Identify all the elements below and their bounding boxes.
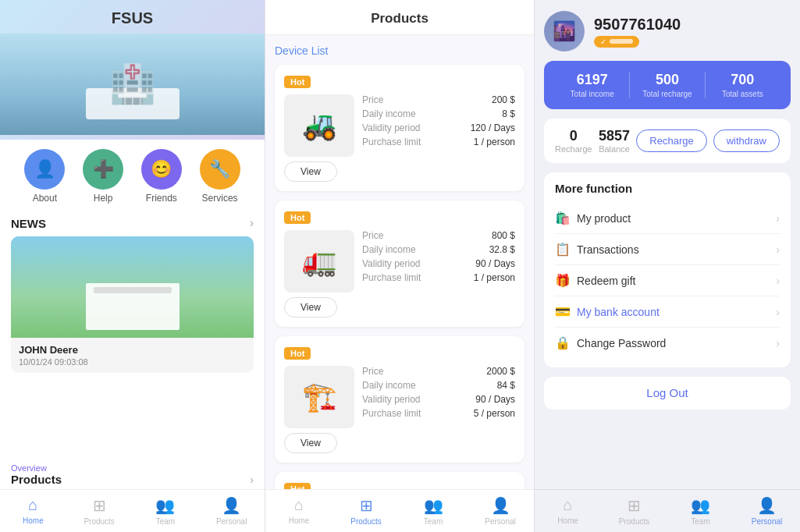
icon-grid: 👤 About ➕ Help 😊 Friends 🔧 Services (0, 140, 265, 208)
left-nav-personal[interactable]: 👤 Personal (198, 496, 265, 526)
right-nav-home[interactable]: ⌂ Home (535, 496, 601, 526)
friends-icon-item[interactable]: 😊 Friends (141, 149, 182, 204)
validity-value-3: 90 / Days (475, 394, 515, 405)
right-personal-icon: 👤 (757, 496, 777, 515)
right-content: 🌆 9507761040 ✓ 6197 Total income 500 Tot… (535, 0, 800, 489)
validity-label-2: Validity period (362, 258, 420, 269)
left-nav-home-label: Home (23, 516, 44, 525)
view-button-2[interactable]: View (284, 297, 337, 317)
help-icon: ➕ (83, 149, 123, 190)
validity-value-2: 90 / Days (475, 258, 515, 269)
my-bank-label: My bank account (577, 306, 776, 318)
limit-value-3: 5 / person (474, 408, 515, 419)
about-icon-item[interactable]: 👤 About (24, 149, 65, 204)
recharge-button[interactable]: Recharge (636, 129, 706, 152)
price-label-3: Price (362, 366, 383, 377)
middle-nav-products[interactable]: ⊞ Products (332, 496, 400, 526)
my-bank-arrow-icon: › (776, 306, 780, 318)
friends-label: Friends (146, 193, 177, 204)
transactions-label: Transactions (577, 243, 776, 256)
right-products-label: Products (619, 517, 649, 526)
product-details-1: Price 200 $ Daily income 8 $ Validity pe… (362, 94, 515, 157)
my-product-item[interactable]: 🛍️ My product › (555, 203, 780, 234)
news-item-title: JOHN Deere (19, 344, 246, 356)
balance-value: 5857 (599, 128, 630, 144)
left-nav-personal-label: Personal (216, 517, 247, 526)
total-recharge-label: Total recharge (630, 90, 704, 98)
income-label-2: Daily income (362, 244, 416, 255)
price-value-3: 2000 $ (486, 366, 515, 377)
balance-section: 0 Recharge 5857 Balance Recharge withdra… (544, 119, 791, 163)
middle-panel: Products Device List Hot 🚜 Price 200 $ D… (265, 0, 535, 532)
middle-nav-home[interactable]: ⌂ Home (265, 496, 332, 526)
news-content: JOHN Deere 10/01/24 09:03:08 (11, 338, 254, 373)
device-list-label: Device List (275, 44, 524, 57)
view-button-3[interactable]: View (284, 433, 337, 453)
left-nav-team[interactable]: 👥 Team (133, 496, 199, 526)
help-icon-item[interactable]: ➕ Help (83, 149, 123, 204)
redeem-gift-item[interactable]: 🎁 Redeem gift › (555, 265, 780, 296)
validity-label: Validity period (362, 122, 420, 133)
middle-header: Products (265, 0, 534, 35)
price-value-2: 800 $ (492, 230, 515, 241)
left-panel: FSUS 👤 About ➕ Help 😊 Friends 🔧 Services (0, 0, 265, 532)
news-section: NEWS › JOHN Deere 10/01/24 09:03:08 (0, 208, 265, 459)
news-item-date: 10/01/24 09:03:08 (19, 357, 246, 367)
limit-value-1: 1 / person (474, 137, 515, 147)
right-nav-products[interactable]: ⊞ Products (601, 496, 667, 526)
mid-personal-icon: 👤 (491, 496, 510, 515)
personal-icon: 👤 (222, 496, 241, 515)
income-label-3: Daily income (362, 380, 416, 391)
friends-icon: 😊 (141, 149, 182, 190)
left-nav-products[interactable]: ⊞ Products (66, 496, 133, 526)
overview-section: Overview Products › (0, 459, 265, 489)
validity-row-2: Validity period 90 / Days (362, 258, 515, 269)
balance-label: Balance (599, 144, 630, 154)
help-label: Help (94, 193, 113, 204)
change-password-item[interactable]: 🔒 Change Password › (555, 328, 780, 358)
right-nav-team[interactable]: 👥 Team (667, 496, 734, 526)
team-icon: 👥 (155, 496, 175, 515)
news-card[interactable]: JOHN Deere 10/01/24 09:03:08 (11, 236, 254, 373)
view-button-1[interactable]: View (284, 161, 337, 182)
news-arrow-icon[interactable]: › (250, 216, 254, 230)
about-icon: 👤 (24, 149, 65, 190)
limit-label: Purchase limit (362, 137, 421, 147)
product-image-3: 🏗️ (284, 366, 354, 428)
middle-nav-team[interactable]: 👥 Team (400, 496, 467, 526)
check-icon: ✓ (600, 37, 606, 46)
logout-section[interactable]: Log Out (544, 377, 791, 410)
limit-row-3: Purchase limit 5 / person (362, 408, 515, 419)
income-value-3: 84 $ (497, 380, 515, 391)
total-income-value: 6197 (555, 72, 629, 88)
hot-badge-3: Hot (284, 347, 311, 360)
price-label: Price (362, 94, 383, 105)
mid-team-icon: 👥 (424, 496, 443, 515)
validity-row-3: Validity period 90 / Days (362, 394, 515, 405)
logout-text: Log Out (646, 386, 688, 399)
right-personal-label: Personal (752, 517, 782, 526)
my-bank-item[interactable]: 💳 My bank account › (555, 296, 780, 328)
left-nav-team-label: Team (156, 517, 175, 526)
withdraw-button[interactable]: withdraw (713, 129, 780, 152)
redeem-gift-icon: 🎁 (555, 273, 577, 288)
product-image-2: 🚛 (284, 230, 354, 293)
right-bottom-nav: ⌂ Home ⊞ Products 👥 Team 👤 Personal (535, 489, 800, 532)
right-nav-personal[interactable]: 👤 Personal (734, 496, 800, 526)
services-icon-item[interactable]: 🔧 Services (200, 149, 240, 204)
product-card-1: Hot 🚜 Price 200 $ Daily income 8 $ (275, 65, 524, 191)
transactions-arrow-icon: › (776, 243, 780, 256)
overview-products[interactable]: Products › (11, 473, 254, 486)
total-income-label: Total income (555, 90, 629, 98)
middle-nav-personal[interactable]: 👤 Personal (467, 496, 534, 526)
price-label-2: Price (362, 230, 383, 241)
my-product-icon: 🛍️ (555, 211, 577, 225)
left-nav-products-label: Products (84, 517, 114, 526)
my-product-label: My product (577, 212, 776, 225)
hero-image (0, 34, 265, 135)
product-card-2: Hot 🚛 Price 800 $ Daily income 32.8 $ (275, 200, 524, 327)
left-nav-home[interactable]: ⌂ Home (0, 496, 66, 526)
transactions-icon: 📋 (555, 242, 577, 257)
limit-row-1: Purchase limit 1 / person (362, 137, 515, 147)
transactions-item[interactable]: 📋 Transactions › (555, 234, 780, 265)
